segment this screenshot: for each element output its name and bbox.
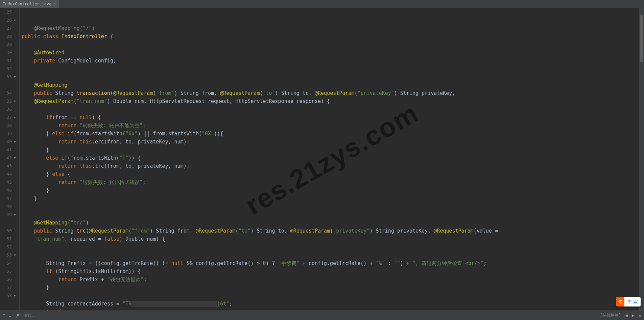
line-number[interactable]: 30 (0, 49, 17, 57)
line-number[interactable]: 48 (0, 203, 17, 211)
fold-icon[interactable]: ▼ (13, 113, 17, 122)
scrollbar-thumb[interactable] (640, 15, 643, 62)
line-number[interactable]: 31 (0, 57, 17, 65)
line-number[interactable]: 43 (0, 162, 17, 170)
code-line[interactable]: public class IndexController { (22, 32, 644, 41)
code-line[interactable]: String Prefix = ((config.getTrcRate() !=… (22, 259, 644, 267)
code-line[interactable]: } else { (22, 170, 644, 178)
code-line[interactable]: public String trc(@RequestParam("from") … (22, 227, 644, 235)
editor-area: 2526▼27282930313233▼3435▼3637▼383940▼414… (0, 8, 644, 311)
code-line[interactable]: @GetMapping("trc") (22, 219, 644, 227)
code-line[interactable] (22, 251, 644, 259)
line-gutter[interactable]: 2526▼27282930313233▼3435▼3637▼383940▼414… (0, 8, 20, 311)
line-number[interactable]: 54 (0, 259, 17, 267)
fold-icon[interactable]: ▼ (13, 138, 17, 146)
line-number[interactable]: 53▼ (0, 251, 17, 259)
close-icon[interactable]: × (54, 2, 56, 6)
fold-icon[interactable]: ▼ (13, 292, 17, 300)
code-line[interactable] (22, 41, 644, 49)
ime-logo: S (616, 297, 624, 306)
code-line[interactable]: return "转账失败: 账户格式错误"; (22, 178, 644, 186)
svg-point-5 (16, 316, 17, 317)
code-line[interactable]: } else if(from.startsWith("0x") || from.… (22, 130, 644, 138)
regex-icon[interactable] (15, 313, 20, 318)
ime-badge[interactable]: S 中 (616, 297, 641, 306)
code-area[interactable]: @RequestMapping("/")public class IndexCo… (20, 8, 644, 311)
line-number[interactable]: 37▼ (0, 113, 17, 122)
line-number[interactable]: 46 (0, 186, 17, 194)
fold-icon[interactable]: ▼ (13, 97, 17, 105)
code-line[interactable]: } (22, 146, 644, 154)
line-number[interactable]: 26▼ (0, 16, 17, 24)
code-line[interactable] (22, 65, 644, 73)
search-input[interactable] (24, 313, 597, 318)
line-number[interactable] (0, 219, 17, 227)
code-line[interactable]: @GetMapping (22, 81, 644, 89)
code-line[interactable]: return this.trc(from, to, privateKey, nu… (22, 162, 644, 170)
code-line[interactable] (22, 73, 644, 81)
code-line[interactable]: else if(from.startsWith("T")) { (22, 154, 644, 162)
line-number[interactable]: 47 (0, 194, 17, 203)
line-number[interactable]: 28 (0, 32, 17, 41)
line-number[interactable]: 27 (0, 24, 17, 32)
code-line[interactable]: @RequestParam("tran_num") Double num, Ht… (22, 97, 644, 105)
prev-icon[interactable]: ◀ (625, 313, 628, 318)
line-number[interactable]: 38 (0, 122, 17, 130)
line-number[interactable]: 45 (0, 178, 17, 186)
line-number[interactable]: 55 (0, 267, 17, 275)
fold-icon[interactable]: ▼ (13, 73, 17, 81)
code-line[interactable] (22, 211, 644, 219)
fold-icon[interactable]: ▼ (13, 154, 17, 162)
line-number[interactable]: 35▼ (0, 97, 17, 105)
line-number[interactable]: 56 (0, 275, 17, 284)
code-line[interactable] (22, 243, 644, 251)
fold-icon[interactable]: ▼ (13, 16, 17, 24)
chevron-up-icon[interactable]: ⌃ (3, 313, 5, 318)
code-line[interactable] (22, 203, 644, 211)
fold-icon[interactable]: ▼ (13, 211, 17, 219)
code-line[interactable]: if(from == null) { (22, 113, 644, 122)
line-number[interactable]: 34 (0, 89, 17, 97)
file-tab[interactable]: IndexController.java × (0, 0, 59, 8)
close-search-icon[interactable]: ✕ (639, 313, 641, 318)
line-number[interactable]: 58▼ (0, 292, 17, 300)
line-number[interactable]: 49▼ (0, 211, 17, 219)
code-line[interactable]: return this.erc(from, to, privateKey, nu… (22, 138, 644, 146)
line-number[interactable]: 50 (0, 227, 17, 235)
fold-icon[interactable]: ▼ (13, 251, 17, 259)
code-line[interactable]: if (StringUtils.isNull(from)) { (22, 267, 644, 275)
tag-filter-label[interactable]: [任何标签] (600, 313, 621, 318)
line-number[interactable]: 40▼ (0, 138, 17, 146)
line-number[interactable]: 25 (0, 8, 17, 16)
line-number[interactable]: 29 (0, 41, 17, 49)
code-line[interactable]: "tran_num", required = false) Double num… (22, 235, 644, 243)
code-line[interactable]: private ConfigModel config; (22, 57, 644, 65)
code-line[interactable]: return Prefix + "钱包无法提款"; (22, 275, 644, 284)
code-line[interactable]: } (22, 194, 644, 203)
code-line[interactable]: String contractAddress = "TRXXXXXXXXXXXX… (22, 300, 644, 308)
line-number[interactable]: 39 (0, 130, 17, 138)
scrollbar-track[interactable] (639, 8, 644, 311)
code-line[interactable] (22, 292, 644, 300)
line-number[interactable]: 52 (0, 243, 17, 251)
line-number[interactable]: 36 (0, 105, 17, 113)
line-number[interactable]: 33▼ (0, 73, 17, 81)
line-number[interactable]: 51 (0, 235, 17, 243)
line-number[interactable]: 41 (0, 146, 17, 154)
next-icon[interactable]: ▶ (632, 313, 635, 318)
line-number[interactable]: 44 (0, 170, 17, 178)
code-line[interactable]: @RequestMapping("/") (22, 24, 644, 32)
line-number[interactable]: 42▼ (0, 154, 17, 162)
line-number[interactable]: 32 (0, 65, 17, 73)
svg-rect-2 (635, 301, 636, 301)
line-number[interactable] (0, 81, 17, 89)
code-line[interactable] (22, 105, 644, 113)
code-line[interactable]: } (22, 284, 644, 292)
chevron-down-icon[interactable]: ⌄ (9, 313, 11, 318)
svg-rect-4 (634, 302, 637, 303)
code-line[interactable]: public String transaction(@RequestParam(… (22, 89, 644, 97)
code-line[interactable]: @Autowired (22, 49, 644, 57)
code-line[interactable]: return "转账失败: 账户不能为空"; (22, 122, 644, 130)
code-line[interactable]: } (22, 186, 644, 194)
line-number[interactable]: 57 (0, 284, 17, 292)
